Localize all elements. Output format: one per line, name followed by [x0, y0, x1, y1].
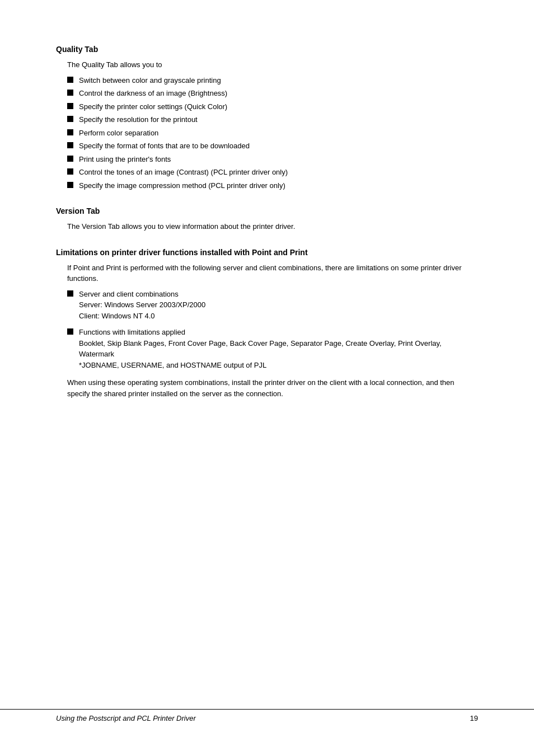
bullet-icon — [67, 290, 73, 297]
bullet-text: Specify the format of fonts that are to … — [79, 140, 478, 152]
footer-page: 19 — [470, 714, 478, 722]
page-content: Quality Tab The Quality Tab allows you t… — [56, 45, 478, 399]
list-item: Functions with limitations appliedBookle… — [67, 327, 478, 370]
bullet-icon — [67, 156, 73, 162]
bullet-icon — [67, 182, 73, 188]
footer-title: Using the Postscript and PCL Printer Dri… — [56, 714, 196, 722]
bullet-text: Specify the printer color settings (Quic… — [79, 101, 478, 112]
version-tab-intro: The Version Tab allows you to view infor… — [67, 221, 478, 232]
version-tab-title: Version Tab — [56, 206, 478, 215]
bullet-icon — [67, 328, 73, 335]
quality-tab-list: Switch between color and grayscale print… — [67, 75, 478, 191]
bullet-text: Specify the resolution for the printout — [79, 114, 478, 125]
bullet-icon — [67, 90, 73, 96]
bullet-icon — [67, 103, 73, 109]
list-item: Specify the resolution for the printout — [67, 114, 478, 125]
quality-tab-title: Quality Tab — [56, 45, 478, 54]
version-tab-section: Version Tab The Version Tab allows you t… — [56, 206, 478, 232]
limitations-closing: When using these operating system combin… — [67, 377, 478, 399]
bullet-text: Switch between color and grayscale print… — [79, 75, 478, 86]
bullet-text: Control the darkness of an image (Bright… — [79, 88, 478, 99]
list-item: Specify the format of fonts that are to … — [67, 140, 478, 152]
limitations-list: Server and client combinationsServer: Wi… — [67, 289, 478, 371]
bullet-heading: Functions with limitations applied — [79, 327, 478, 338]
limitations-section: Limitations on printer driver functions … — [56, 248, 478, 400]
bullet-icon — [67, 129, 73, 135]
list-item: Perform color separation — [67, 128, 478, 139]
page-footer: Using the Postscript and PCL Printer Dri… — [0, 709, 534, 722]
bullet-subline: Server: Windows Server 2003/XP/2000 — [79, 299, 205, 311]
quality-tab-intro: The Quality Tab allows you to — [67, 59, 478, 71]
quality-tab-section: Quality Tab The Quality Tab allows you t… — [56, 45, 478, 191]
list-item: Control the darkness of an image (Bright… — [67, 88, 478, 99]
bullet-subline: *JOBNAME, USERNAME, and HOSTNAME output … — [79, 360, 478, 371]
bullet-icon — [67, 77, 73, 83]
list-item: Switch between color and grayscale print… — [67, 75, 478, 86]
bullet-icon — [67, 142, 73, 148]
list-item: Control the tones of an image (Contrast)… — [67, 167, 478, 178]
list-item: Specify the image compression method (PC… — [67, 180, 478, 191]
bullet-heading: Server and client combinations — [79, 289, 205, 300]
list-item: Print using the printer's fonts — [67, 154, 478, 165]
bullet-content: Functions with limitations appliedBookle… — [79, 327, 478, 370]
bullet-text: Specify the image compression method (PC… — [79, 180, 478, 191]
bullet-subline: Client: Windows NT 4.0 — [79, 311, 205, 322]
limitations-title: Limitations on printer driver functions … — [56, 248, 478, 257]
list-item: Server and client combinationsServer: Wi… — [67, 289, 478, 322]
bullet-text: Perform color separation — [79, 128, 478, 139]
bullet-icon — [67, 116, 73, 122]
list-item: Specify the printer color settings (Quic… — [67, 101, 478, 112]
bullet-icon — [67, 168, 73, 175]
bullet-text: Control the tones of an image (Contrast)… — [79, 167, 478, 178]
bullet-subline: Booklet, Skip Blank Pages, Front Cover P… — [79, 338, 478, 360]
limitations-intro: If Point and Print is performed with the… — [67, 262, 478, 284]
bullet-content: Server and client combinationsServer: Wi… — [79, 289, 205, 322]
bullet-text: Print using the printer's fonts — [79, 154, 478, 165]
